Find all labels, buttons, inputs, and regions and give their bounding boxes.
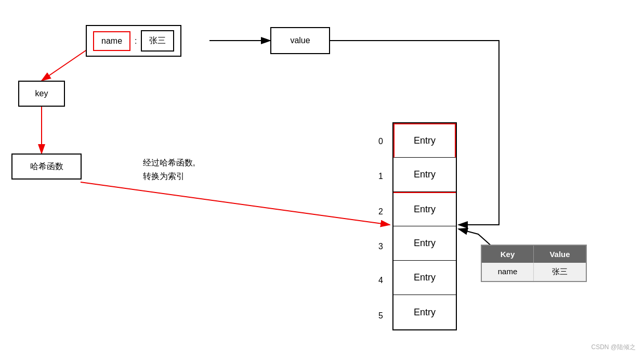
- value-label: 张三: [141, 30, 174, 52]
- watermark: CSDN @陆倾之: [591, 343, 636, 352]
- value-box: value: [270, 27, 330, 54]
- colon: :: [135, 36, 137, 46]
- diagram-container: name : 张三 value key 哈希函数 经过哈希函数, 转换为索引 0…: [0, 0, 644, 358]
- index-5: 5: [378, 311, 383, 321]
- key-box: key: [18, 81, 65, 107]
- name-value-pair-box: name : 张三: [86, 25, 181, 57]
- kv-header-value: Value: [534, 246, 586, 263]
- entry-row-4: Entry: [393, 261, 456, 295]
- entry-row-0: Entry: [393, 123, 456, 158]
- hash-description: 经过哈希函数, 转换为索引: [143, 156, 195, 183]
- kv-data-key: name: [482, 263, 534, 281]
- entry-table: Entry Entry Entry Entry Entry Entry: [392, 122, 457, 330]
- kv-header-key: Key: [482, 246, 534, 263]
- svg-line-3: [81, 182, 390, 225]
- kv-data-row: name 张三: [482, 263, 586, 281]
- entry-row-5: Entry: [393, 295, 456, 329]
- index-2: 2: [378, 207, 383, 216]
- hash-box: 哈希函数: [11, 154, 82, 180]
- name-label: name: [93, 31, 130, 51]
- index-1: 1: [378, 172, 383, 181]
- kv-header: Key Value: [482, 246, 586, 263]
- entry-row-1: Entry: [393, 158, 456, 192]
- index-4: 4: [378, 276, 383, 285]
- index-0: 0: [378, 137, 383, 146]
- index-3: 3: [378, 242, 383, 251]
- kv-data-value: 张三: [534, 263, 586, 281]
- entry-row-3: Entry: [393, 226, 456, 261]
- entry-row-2: Entry: [393, 192, 456, 226]
- kv-table: Key Value name 张三: [481, 245, 587, 282]
